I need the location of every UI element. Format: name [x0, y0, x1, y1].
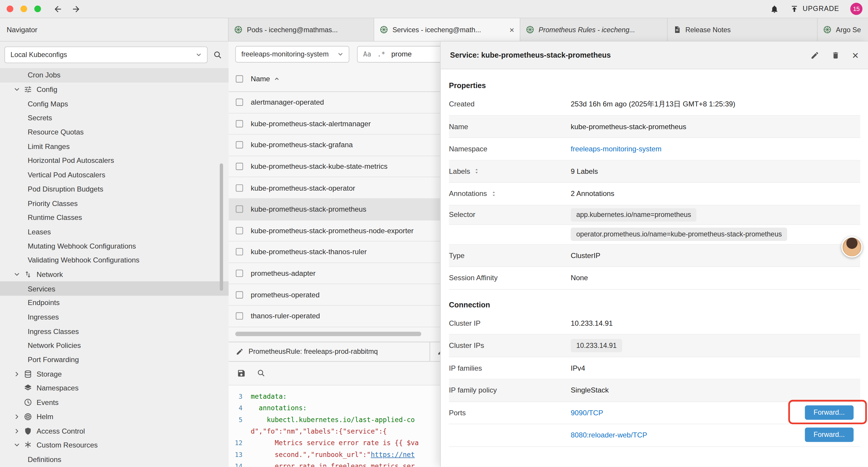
sidebar-item-validating-webhook-configurations[interactable]: Validating Webhook Configurations: [0, 253, 229, 267]
forward-button[interactable]: Forward...: [805, 428, 854, 442]
sidebar-item-access-control[interactable]: Access Control: [0, 424, 229, 438]
sidebar-item-label: Priority Classes: [28, 199, 78, 207]
forward-icon[interactable]: [71, 4, 81, 13]
row-checkbox[interactable]: [236, 248, 243, 255]
column-header-name[interactable]: Name: [251, 75, 280, 83]
sidebar-item-namespaces[interactable]: Namespaces: [0, 381, 229, 395]
forward-button[interactable]: Forward...: [805, 405, 854, 420]
close-drawer-icon[interactable]: ×: [852, 50, 859, 61]
sidebar-item-definitions[interactable]: Definitions: [0, 452, 229, 466]
port-link[interactable]: 8080:reloader-web/TCP: [571, 431, 647, 439]
sidebar-search-icon[interactable]: [213, 51, 222, 59]
sort-updown-icon[interactable]: [474, 168, 479, 174]
sidebar-item-ingress-classes[interactable]: Ingress Classes: [0, 324, 229, 339]
row-checkbox[interactable]: [236, 184, 243, 191]
chevron-closed-icon[interactable]: [13, 370, 24, 377]
service-name: thanos-ruler-operated: [251, 312, 320, 320]
row-checkbox[interactable]: [236, 227, 243, 234]
sidebar-item-label: Config Maps: [28, 99, 68, 108]
sidebar-item-storage[interactable]: Storage: [0, 367, 229, 381]
select-all-checkbox[interactable]: [236, 76, 243, 83]
upgrade-icon: [790, 4, 799, 13]
regex-toggle[interactable]: .*: [377, 50, 385, 58]
chevron-open-icon[interactable]: [13, 442, 24, 449]
sidebar-item-vertical-pod-autoscalers[interactable]: Vertical Pod Autoscalers: [0, 168, 229, 182]
tab-argo[interactable]: Argo Se: [817, 18, 868, 41]
sidebar-item-endpoints[interactable]: Endpoints: [0, 296, 229, 310]
sidebar-item-label: Resource Quotas: [28, 128, 84, 136]
namespace-select[interactable]: freeleaps-monitoring-system: [235, 46, 349, 62]
sort-updown-icon[interactable]: [491, 191, 496, 197]
row-checkbox[interactable]: [236, 206, 243, 213]
namespace-link[interactable]: freeleaps-monitoring-system: [571, 145, 661, 153]
kubernetes-cluster-icon: [823, 25, 831, 34]
row-checkbox[interactable]: [236, 313, 243, 320]
kubernetes-cluster-icon: [526, 25, 534, 34]
chevron-open-icon[interactable]: [13, 86, 24, 93]
service-name: kube-prometheus-stack-prometheus-node-ex…: [251, 226, 414, 235]
sidebar-item-port-forwarding[interactable]: Port Forwarding: [0, 353, 229, 367]
row-checkbox[interactable]: [236, 270, 243, 277]
match-case-toggle[interactable]: Aa: [363, 50, 371, 58]
chevron-closed-icon[interactable]: [13, 413, 24, 420]
sidebar-item-runtime-classes[interactable]: Runtime Classes: [0, 210, 229, 225]
row-checkbox[interactable]: [236, 291, 243, 298]
drawer-row-session-affinity: Session Affinity None: [449, 267, 860, 289]
back-icon[interactable]: [53, 4, 63, 13]
sidebar-item-network-policies[interactable]: Network Policies: [0, 339, 229, 353]
delete-trash-icon[interactable]: [832, 51, 840, 59]
sidebar-item-horizontal-pod-autoscalers[interactable]: Horizontal Pod Autoscalers: [0, 153, 229, 168]
upgrade-button[interactable]: UPGRADE: [790, 4, 839, 13]
close-tab-icon[interactable]: ×: [509, 25, 514, 34]
details-drawer: Service: kube-prometheus-stack-prometheu…: [440, 42, 868, 467]
user-avatar[interactable]: [841, 236, 862, 258]
sidebar-item-config-maps[interactable]: Config Maps: [0, 97, 229, 111]
sidebar-item-limit-ranges[interactable]: Limit Ranges: [0, 139, 229, 153]
sidebar-item-label: Leases: [28, 228, 51, 236]
row-checkbox[interactable]: [236, 142, 243, 149]
tab-release-notes[interactable]: Release Notes: [668, 18, 818, 41]
sidebar-item-helm[interactable]: Helm: [0, 410, 229, 424]
sidebar-item-services[interactable]: Services: [0, 282, 229, 296]
kubeconfig-select[interactable]: Local Kubeconfigs: [4, 47, 208, 63]
row-checkbox[interactable]: [236, 163, 243, 170]
sidebar-item-resource-quotas[interactable]: Resource Quotas: [0, 125, 229, 139]
chevron-closed-icon[interactable]: [13, 428, 24, 435]
close-window-button[interactable]: [6, 6, 13, 12]
row-checkbox[interactable]: [236, 99, 243, 106]
sidebar-item-config[interactable]: Config: [0, 83, 229, 97]
sidebar-scrollbar[interactable]: [220, 164, 223, 291]
chevron-open-icon[interactable]: [13, 271, 24, 278]
save-icon[interactable]: [237, 369, 246, 377]
sidebar-item-network[interactable]: Network: [0, 267, 229, 282]
edit-pencil-icon[interactable]: [811, 51, 819, 59]
sidebar-item-events[interactable]: Events: [0, 395, 229, 409]
sidebar-item-cron-jobs[interactable]: Cron Jobs: [0, 68, 229, 82]
drawer-row-selector-2: operator.prometheus.io/name=kube-prometh…: [449, 225, 860, 245]
maximize-window-button[interactable]: [34, 6, 41, 12]
sidebar-item-priority-classes[interactable]: Priority Classes: [0, 196, 229, 210]
minimize-window-button[interactable]: [20, 6, 27, 12]
custom-resources-icon: [24, 441, 37, 449]
sidebar-item-mutating-webhook-configurations[interactable]: Mutating Webhook Configurations: [0, 239, 229, 253]
code-segment: second.","runbook_url":": [251, 449, 371, 461]
tab-pods[interactable]: Pods - icecheng@mathmas...: [229, 18, 374, 41]
sidebar-item-custom-resources[interactable]: Custom Resources: [0, 438, 229, 452]
sidebar-item-leases[interactable]: Leases: [0, 225, 229, 239]
sidebar-item-ingresses[interactable]: Ingresses: [0, 310, 229, 324]
sidebar-item-pod-disruption-budgets[interactable]: Pod Disruption Budgets: [0, 182, 229, 196]
notifications-bell-icon[interactable]: [770, 4, 779, 13]
row-checkbox[interactable]: [236, 120, 243, 127]
notification-count-badge[interactable]: 15: [850, 3, 862, 15]
editor-search-icon[interactable]: [257, 369, 265, 377]
drawer-row-ports: Ports 9090/TCP Forward...: [449, 402, 860, 424]
sidebar-item-label: Helm: [37, 413, 54, 421]
sidebar-item-secrets[interactable]: Secrets: [0, 111, 229, 125]
tab-services[interactable]: Services - icecheng@math... ×: [374, 18, 521, 41]
dock-tab-prometheusrule[interactable]: PrometheusRule: freeleaps-prod-rabbitmq: [229, 342, 430, 361]
tab-prometheus-rules[interactable]: Prometheus Rules - icecheng...: [520, 18, 668, 41]
line-number: 12: [229, 437, 251, 449]
ip-families-value: IPv4: [571, 364, 585, 372]
port-link[interactable]: 9090/TCP: [571, 408, 603, 417]
sidebar-item-label: Ingresses: [28, 313, 59, 321]
